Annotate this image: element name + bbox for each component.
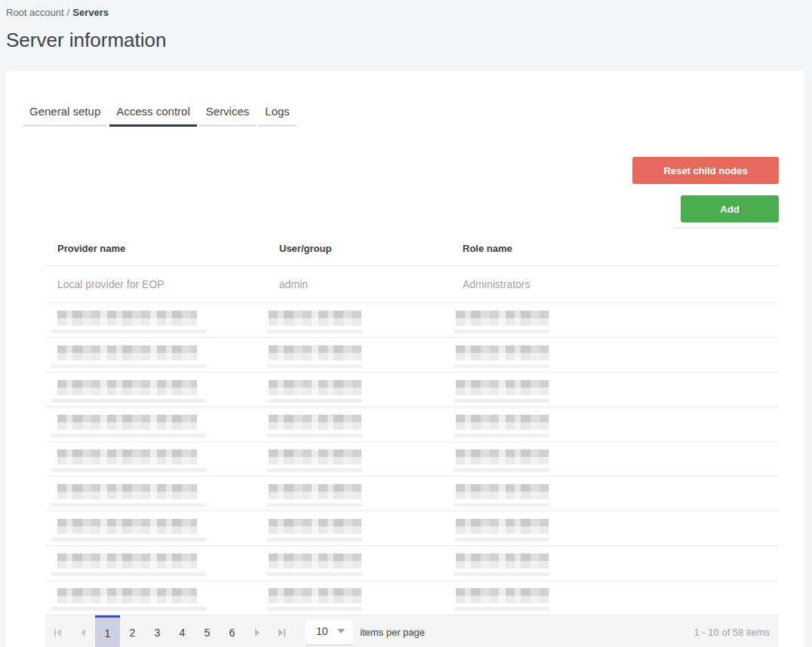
page-5-button[interactable]: 5: [195, 615, 220, 647]
table-row-redacted[interactable]: [45, 373, 779, 407]
page-size-value: 10: [316, 625, 328, 637]
tab-services[interactable]: Services: [199, 105, 257, 127]
column-header-user-group[interactable]: User/group: [267, 243, 451, 254]
toolbar-divider: [673, 228, 779, 228]
redacted-role-name: [456, 519, 779, 541]
redacted-user-group: [269, 588, 451, 611]
redacted-user-group: [269, 311, 451, 333]
redacted-provider-name: [57, 588, 267, 611]
breadcrumb-root-account[interactable]: Root account: [6, 7, 64, 18]
page-3-button[interactable]: 3: [145, 615, 170, 647]
table-row[interactable]: Local provider for EOP admin Administrat…: [45, 266, 779, 303]
redacted-provider-name: [57, 519, 267, 541]
table-row-redacted[interactable]: [45, 442, 779, 477]
first-page-button[interactable]: [45, 615, 70, 647]
redacted-role-name: [456, 415, 779, 437]
cell-provider-name: Local provider for EOP: [45, 278, 267, 290]
redacted-provider-name: [57, 311, 267, 333]
redacted-role-name: [456, 553, 779, 576]
cell-role-name: Administrators: [451, 278, 779, 290]
redacted-user-group: [269, 484, 451, 507]
next-page-icon: [255, 629, 260, 636]
previous-page-button[interactable]: [70, 615, 95, 647]
redacted-provider-name: [57, 415, 267, 437]
first-page-icon: [54, 629, 61, 636]
redacted-role-name: [456, 311, 779, 333]
redacted-provider-name: [57, 380, 267, 403]
table-row-redacted[interactable]: [45, 338, 779, 373]
cell-user-group: admin: [267, 278, 451, 290]
pager-spacer: [425, 615, 694, 647]
redacted-rows-container: [45, 303, 779, 615]
tab-access-control[interactable]: Access control: [109, 105, 197, 127]
items-per-page-label: items per page: [360, 627, 425, 638]
redacted-provider-name: [57, 345, 267, 368]
tabstrip: General setup Access control Services Lo…: [6, 71, 804, 127]
page-2-button[interactable]: 2: [120, 615, 145, 647]
items-range-label: 1 - 10 of 58 items: [694, 627, 770, 638]
redacted-user-group: [269, 345, 451, 368]
redacted-user-group: [269, 380, 451, 403]
redacted-provider-name: [57, 484, 267, 507]
redacted-role-name: [456, 484, 779, 507]
previous-page-icon: [81, 629, 85, 636]
page-1-button[interactable]: 1: [95, 615, 120, 647]
breadcrumb-separator: /: [67, 7, 70, 18]
dropdown-caret-icon: [337, 629, 345, 633]
redacted-role-name: [456, 588, 779, 611]
content-card: General setup Access control Services Lo…: [6, 71, 804, 647]
reset-child-nodes-button[interactable]: Reset child nodes: [632, 157, 779, 184]
column-header-provider-name[interactable]: Provider name: [45, 243, 267, 254]
tab-general-setup[interactable]: General setup: [23, 105, 107, 127]
redacted-role-name: [456, 449, 779, 472]
pagination-bar: 1 2 3 4 5 6 10 items per pag: [45, 615, 779, 647]
add-button[interactable]: Add: [681, 195, 779, 222]
table-row-redacted[interactable]: [45, 407, 779, 442]
redacted-role-name: [456, 345, 779, 368]
page-4-button[interactable]: 4: [170, 615, 195, 647]
breadcrumb-current: Servers: [72, 7, 109, 18]
page: Root account/Servers Server information …: [0, 0, 812, 647]
page-6-button[interactable]: 6: [220, 615, 245, 647]
table-row-redacted[interactable]: [45, 511, 779, 546]
table-row-redacted[interactable]: [45, 546, 779, 581]
redacted-user-group: [269, 449, 451, 472]
redacted-role-name: [456, 380, 779, 403]
last-page-icon: [278, 629, 285, 636]
page-size-dropdown[interactable]: 10: [306, 620, 352, 645]
table-row-redacted[interactable]: [45, 581, 779, 615]
redacted-provider-name: [57, 553, 267, 576]
redacted-provider-name: [57, 449, 267, 472]
redacted-user-group: [269, 415, 451, 437]
redacted-user-group: [269, 553, 451, 576]
table-header-row: Provider name User/group Role name: [45, 232, 779, 266]
redacted-user-group: [269, 519, 451, 541]
page-title: Server information: [6, 29, 812, 52]
toolbar: Reset child nodes Add: [6, 157, 804, 228]
table-row-redacted[interactable]: [45, 303, 779, 338]
breadcrumb: Root account/Servers: [6, 7, 812, 18]
next-page-button[interactable]: [245, 615, 269, 647]
last-page-button[interactable]: [269, 615, 294, 647]
column-header-role-name[interactable]: Role name: [451, 243, 779, 254]
table-row-redacted[interactable]: [45, 477, 779, 511]
access-control-table: Provider name User/group Role name Local…: [45, 232, 779, 647]
tab-logs[interactable]: Logs: [258, 105, 297, 127]
